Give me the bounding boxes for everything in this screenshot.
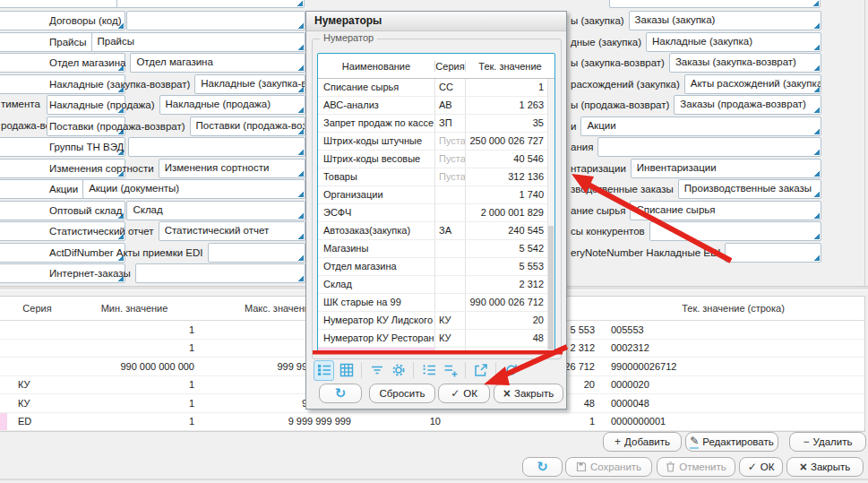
field-input[interactable] — [649, 221, 821, 241]
field-input[interactable] — [0, 0, 125, 8]
dialog-reset-button[interactable]: Сбросить — [369, 384, 435, 403]
field-label-fragment: eryNoteNumber Накладные EDI — [571, 247, 725, 258]
close-button[interactable]: × Закрыть — [786, 457, 864, 477]
cell-series — [435, 258, 466, 275]
field-input[interactable] — [116, 0, 305, 8]
numerator-row[interactable]: Организации 1 740 — [318, 186, 554, 204]
field-label: Статистический отчет — [49, 226, 159, 237]
field-input[interactable] — [135, 263, 305, 283]
form-row: Акции Акции (документы) — [49, 179, 305, 199]
field-input[interactable]: Производственные заказы — [678, 179, 821, 199]
field-input[interactable] — [208, 243, 306, 263]
field-input[interactable]: Статистический отчет — [159, 221, 305, 241]
field-input[interactable]: Прайсы — [91, 32, 306, 52]
field-input[interactable]: Заказы (закупка) — [629, 11, 821, 30]
numerator-row[interactable]: Списание сырья СС 1 — [318, 79, 554, 97]
cell-series — [435, 294, 466, 311]
field-input[interactable] — [609, 0, 821, 8]
field-input[interactable]: Акции — [580, 116, 821, 136]
field-input[interactable] — [126, 11, 305, 30]
add-button[interactable]: + Добавить — [603, 432, 682, 452]
field-value: Инвентаризации — [637, 162, 717, 173]
scrollbar-thumb[interactable] — [548, 226, 554, 349]
field-input[interactable] — [128, 137, 305, 157]
numerator-row[interactable]: Нумератор КУ Ресторан Ли КУ 48 — [318, 330, 554, 348]
cell-value: 250 000 026 727 — [466, 133, 548, 150]
form-row: нтаризации Инвентаризации — [571, 159, 821, 178]
grid-view-icon[interactable] — [337, 361, 356, 380]
numerator-row[interactable]: Склад 2 312 — [318, 276, 554, 294]
resize-grip-icon — [297, 22, 304, 29]
col-min[interactable]: Мин. значение — [67, 303, 202, 314]
col-series[interactable]: Серия — [7, 303, 67, 314]
numerator-row[interactable]: Автозаказ(закупка) ЗА 240 545 — [318, 222, 554, 240]
series-table-row[interactable]: ED 1 9 999 999 999 10 1 0000000001 — [0, 413, 864, 432]
open-external-icon[interactable] — [471, 361, 490, 380]
field-input[interactable]: Накладные (закупка) — [646, 32, 821, 52]
numerator-row[interactable]: Товары Пустая 312 136 — [318, 168, 554, 186]
field-input[interactable]: Накладные (закупка-возврат) — [194, 74, 305, 94]
cancel-button[interactable]: Отменить — [657, 457, 735, 477]
field-label: Интернет-заказы — [49, 268, 135, 279]
field-input[interactable]: Склад — [126, 201, 305, 220]
field-input[interactable] — [597, 137, 821, 157]
save-button[interactable]: Сохранить — [565, 457, 652, 477]
col-value[interactable]: Тек. значение — [466, 61, 554, 72]
table-scrollbar[interactable] — [547, 79, 554, 353]
close-button-label: Закрыть — [514, 388, 554, 399]
cell-value: 1 263 — [466, 97, 548, 114]
ordered-list-icon[interactable] — [419, 361, 438, 380]
numerator-row[interactable]: ШК старые на 99 990 000 026 712 — [318, 294, 554, 312]
numerators-table: Наименование Серия Тек. значение Списани… — [317, 53, 555, 354]
numerator-row[interactable]: Штрих-коды весовые Пустая 40 546 — [318, 151, 554, 168]
list-view-icon[interactable] — [314, 360, 334, 381]
refresh-loop-icon[interactable] — [502, 361, 520, 380]
cell-series: ED — [7, 416, 67, 427]
numerator-row[interactable]: Отдел магазина 5 553 — [318, 258, 554, 276]
refresh-button[interactable]: ↻ — [522, 457, 563, 477]
numerators-dialog: Нумераторы Нумератор Наименование Серия … — [305, 11, 567, 410]
numerator-row[interactable]: Магазины 5 542 — [318, 240, 554, 258]
dialog-refresh-button[interactable]: ↻ — [319, 384, 362, 403]
field-input[interactable] — [725, 243, 821, 263]
field-input[interactable]: Акты расхождений (закупка) — [684, 74, 821, 94]
field-input[interactable]: Отдел магазина — [130, 53, 305, 73]
field-input[interactable]: Заказы (продажа-возврат) — [674, 95, 821, 115]
numerator-row[interactable]: Запрет продаж по кассе ЗП 35 — [318, 115, 554, 133]
dialog-close-button[interactable]: × Закрыть — [494, 384, 563, 403]
field-label: Группы ТН ВЭД — [49, 142, 128, 152]
delete-button[interactable]: − Удалить — [789, 432, 866, 452]
refresh-icon: ↻ — [537, 459, 548, 475]
numerator-row[interactable]: АВС-анализ АВ 1 263 — [318, 97, 554, 115]
edit-button[interactable]: ✎ Редактировать — [685, 432, 778, 452]
resize-grip-icon — [813, 107, 820, 113]
ok-button[interactable]: ✓ ОК — [739, 457, 783, 477]
field-input[interactable]: Поставки (продажа-возврат) — [190, 116, 305, 136]
filter-icon[interactable] — [367, 361, 386, 380]
field-label-fragment: и — [571, 121, 580, 132]
dialog-ok-button[interactable]: ✓ ОК — [438, 384, 490, 403]
field-input[interactable]: Накладные (продажа) — [159, 95, 305, 115]
col-series[interactable]: Серия — [435, 61, 466, 72]
field-input[interactable]: Инвентаризации — [631, 159, 821, 178]
add-row-icon[interactable] — [441, 361, 460, 380]
field-value: Акты расхождений (закупка) — [691, 78, 821, 89]
settings-gear-icon[interactable] — [389, 361, 408, 380]
cell-series: ЗА — [435, 222, 466, 239]
col-current-str[interactable]: Тек. значение (строка) — [602, 303, 864, 314]
form-row: и Акции — [571, 116, 821, 136]
col-name[interactable]: Наименование — [318, 61, 435, 72]
field-input[interactable]: Изменения сортности — [159, 159, 305, 178]
dialog-title-bar[interactable]: Нумераторы — [306, 12, 566, 31]
numerator-row[interactable]: Штрих-коды штучные Пустая 250 000 026 72… — [318, 133, 554, 151]
field-input[interactable]: Заказы (закупка-возврат) — [669, 53, 821, 73]
cell-sliver — [0, 413, 7, 431]
resize-grip-icon — [813, 233, 820, 239]
field-input[interactable]: Акции (документы) — [82, 179, 305, 199]
numerator-row[interactable]: накладные EDI ED 1 — [318, 348, 554, 354]
form-row: Отдел магазина Отдел магазина — [49, 53, 305, 73]
numerator-row[interactable]: ЭСФЧ 2 000 001 829 — [318, 204, 554, 222]
field-input[interactable]: Списание сырья — [630, 201, 821, 220]
resize-grip-icon — [297, 233, 304, 239]
numerator-row[interactable]: Нумератор КУ Лидского ф КУ 20 — [318, 312, 554, 330]
